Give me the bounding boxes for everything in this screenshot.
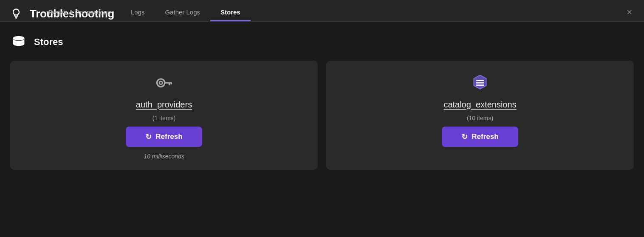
tab-repair[interactable]: Repair & Connections [38,4,121,21]
catalog-extensions-card: catalog_extensions (10 items) ↻ Refresh [326,61,634,170]
nav-tabs: Repair & Connections Logs Gather Logs St… [34,4,251,21]
section-header: Stores [10,34,634,51]
auth-providers-refresh-button[interactable]: ↻ Refresh [126,127,202,147]
content-area: Stores auth_providers (1 items) ↻ [0,22,644,237]
section-title: Stores [34,37,63,48]
bulb-icon [8,6,24,21]
catalog-extensions-count: (10 items) [467,115,493,121]
auth-providers-time: 10 milliseconds [144,153,184,160]
auth-providers-refresh-label: Refresh [155,133,182,141]
auth-providers-card: auth_providers (1 items) ↻ Refresh 10 mi… [10,61,318,170]
tab-logs[interactable]: Logs [121,4,155,21]
tab-stores[interactable]: Stores [210,4,251,21]
svg-marker-9 [474,75,486,89]
cards-grid: auth_providers (1 items) ↻ Refresh 10 mi… [10,61,634,170]
tab-gather[interactable]: Gather Logs [155,4,210,21]
catalog-extensions-refresh-label: Refresh [472,133,498,141]
svg-point-0 [13,9,19,15]
key-icon [154,73,174,93]
catalog-extensions-name[interactable]: catalog_extensions [443,100,516,110]
database-icon [10,34,27,51]
svg-point-3 [13,36,25,41]
header: Troubleshooting × Repair & Connections L… [0,0,644,21]
svg-point-4 [157,79,165,87]
auth-providers-name[interactable]: auth_providers [136,100,192,110]
catalog-extensions-refresh-button[interactable]: ↻ Refresh [442,127,518,147]
close-button[interactable]: × [623,6,636,19]
refresh-icon: ↻ [145,132,152,141]
svg-point-5 [159,81,162,84]
catalog-icon [470,73,490,93]
troubleshooting-window: Troubleshooting × Repair & Connections L… [0,0,644,237]
refresh-icon-2: ↻ [461,132,468,141]
auth-providers-count: (1 items) [153,115,175,121]
